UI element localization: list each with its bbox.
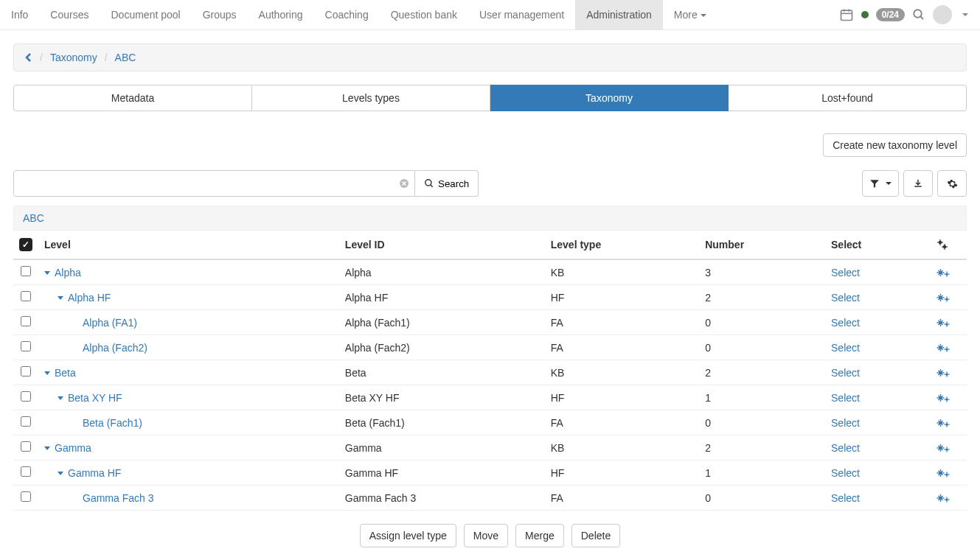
expand-caret-icon[interactable] xyxy=(44,446,50,450)
move-button[interactable]: Move xyxy=(464,524,508,547)
nav-item-more[interactable]: More xyxy=(663,0,717,29)
svg-rect-0 xyxy=(841,10,852,20)
calendar-icon[interactable] xyxy=(839,7,854,22)
tab-taxonomy[interactable]: Taxonomy xyxy=(490,85,729,111)
assign-level-type-button[interactable]: Assign level type xyxy=(360,524,456,547)
path-root-link[interactable]: ABC xyxy=(23,212,44,224)
row-actions-icon[interactable] xyxy=(936,492,961,504)
row-checkbox[interactable] xyxy=(21,441,31,452)
nav-item-info[interactable]: Info xyxy=(0,0,39,29)
row-actions-icon[interactable] xyxy=(936,442,961,454)
row-checkbox[interactable] xyxy=(21,466,31,477)
row-checkbox[interactable] xyxy=(21,491,31,502)
row-actions-icon[interactable] xyxy=(936,317,961,329)
row-actions-icon[interactable] xyxy=(936,367,961,379)
expand-caret-icon[interactable] xyxy=(58,296,63,300)
table-row: Beta XY HFBeta XY HFHF1Select xyxy=(13,385,967,410)
nav-item-document-pool[interactable]: Document pool xyxy=(100,0,192,29)
cell-level-type: FA xyxy=(545,486,699,511)
download-button[interactable] xyxy=(903,170,933,197)
expand-caret-icon[interactable] xyxy=(44,371,50,375)
row-actions-icon[interactable] xyxy=(936,392,961,404)
row-actions-icon[interactable] xyxy=(936,417,961,429)
col-level-id[interactable]: Level ID xyxy=(339,231,545,259)
cell-level-id: Gamma xyxy=(339,435,545,460)
nav-item-user-management[interactable]: User management xyxy=(468,0,575,29)
row-actions-icon[interactable] xyxy=(936,292,961,304)
select-link[interactable]: Select xyxy=(831,442,860,454)
create-taxonomy-level-button[interactable]: Create new taxonomy level xyxy=(823,133,967,157)
row-actions-icon[interactable] xyxy=(936,467,961,479)
clear-search-icon[interactable] xyxy=(399,178,409,189)
row-checkbox[interactable] xyxy=(21,341,31,351)
table-row: BetaBetaKB2Select xyxy=(13,360,967,385)
row-actions-icon[interactable] xyxy=(936,267,961,278)
cell-level-id: Gamma Fach 3 xyxy=(339,486,545,511)
select-link[interactable]: Select xyxy=(831,342,860,354)
cell-level-id: Alpha HF xyxy=(339,285,545,310)
avatar[interactable] xyxy=(933,5,952,24)
select-link[interactable]: Select xyxy=(831,417,860,429)
tab-levels-types[interactable]: Levels types xyxy=(252,85,490,111)
expand-caret-icon[interactable] xyxy=(44,271,50,275)
level-link[interactable]: Alpha (Fach2) xyxy=(83,342,147,354)
nav-item-authoring[interactable]: Authoring xyxy=(248,0,314,29)
notification-badge[interactable]: 0/24 xyxy=(876,8,905,21)
expand-caret-icon[interactable] xyxy=(58,396,63,400)
search-input[interactable] xyxy=(13,170,415,197)
row-checkbox[interactable] xyxy=(21,366,31,376)
level-link[interactable]: Alpha xyxy=(55,267,81,278)
merge-button[interactable]: Merge xyxy=(515,524,564,547)
select-link[interactable]: Select xyxy=(831,492,860,504)
level-link[interactable]: Alpha (FA1) xyxy=(83,317,137,329)
search-button[interactable]: Search xyxy=(415,170,479,197)
table-row: Gamma Fach 3Gamma Fach 3FA0Select xyxy=(13,486,967,511)
delete-button[interactable]: Delete xyxy=(571,524,620,547)
expand-caret-icon[interactable] xyxy=(58,472,63,475)
col-level[interactable]: Level xyxy=(38,231,339,259)
row-actions-icon[interactable] xyxy=(936,342,961,354)
breadcrumb-back-icon[interactable] xyxy=(25,52,32,63)
level-link[interactable]: Beta (Fach1) xyxy=(83,417,142,429)
level-link[interactable]: Gamma xyxy=(55,442,91,454)
select-link[interactable]: Select xyxy=(831,267,860,278)
breadcrumb-abc[interactable]: ABC xyxy=(115,52,136,63)
level-link[interactable]: Gamma Fach 3 xyxy=(83,492,153,504)
col-level-type[interactable]: Level type xyxy=(545,231,699,259)
user-menu-caret-icon[interactable] xyxy=(962,13,968,16)
select-link[interactable]: Select xyxy=(831,317,860,329)
row-checkbox[interactable] xyxy=(21,316,31,326)
nav-item-administration[interactable]: Administration xyxy=(575,0,663,29)
search-icon[interactable] xyxy=(912,8,925,21)
nav-item-question-bank[interactable]: Question bank xyxy=(380,0,468,29)
select-all-checkbox[interactable]: ✓ xyxy=(19,238,32,251)
breadcrumb-taxonomy[interactable]: Taxonomy xyxy=(50,52,97,63)
level-link[interactable]: Beta xyxy=(55,367,76,379)
select-link[interactable]: Select xyxy=(831,367,860,379)
row-checkbox[interactable] xyxy=(21,416,31,427)
col-number[interactable]: Number xyxy=(699,231,825,259)
select-link[interactable]: Select xyxy=(831,467,860,479)
select-link[interactable]: Select xyxy=(831,292,860,304)
row-checkbox[interactable] xyxy=(21,266,31,276)
nav-item-courses[interactable]: Courses xyxy=(39,0,100,29)
nav-item-groups[interactable]: Groups xyxy=(192,0,248,29)
cell-number: 2 xyxy=(699,285,825,310)
tab-metadata[interactable]: Metadata xyxy=(13,85,252,111)
settings-button[interactable] xyxy=(937,170,967,197)
nav-item-coaching[interactable]: Coaching xyxy=(314,0,380,29)
level-link[interactable]: Beta XY HF xyxy=(68,392,122,404)
path-bar: ABC xyxy=(13,206,967,231)
cell-level-id: Alpha (Fach1) xyxy=(339,310,545,335)
level-link[interactable]: Alpha HF xyxy=(68,292,111,304)
taxonomy-table: ✓ Level Level ID Level type Number Selec… xyxy=(13,231,967,511)
select-link[interactable]: Select xyxy=(831,392,860,404)
tab-lost-found[interactable]: Lost+found xyxy=(729,85,967,111)
row-checkbox[interactable] xyxy=(21,291,31,301)
filter-button[interactable] xyxy=(862,170,899,197)
row-checkbox[interactable] xyxy=(21,391,31,402)
cell-level-id: Alpha xyxy=(339,259,545,285)
status-indicator-icon[interactable] xyxy=(861,11,869,18)
col-select[interactable]: Select xyxy=(825,231,930,259)
level-link[interactable]: Gamma HF xyxy=(68,467,121,479)
